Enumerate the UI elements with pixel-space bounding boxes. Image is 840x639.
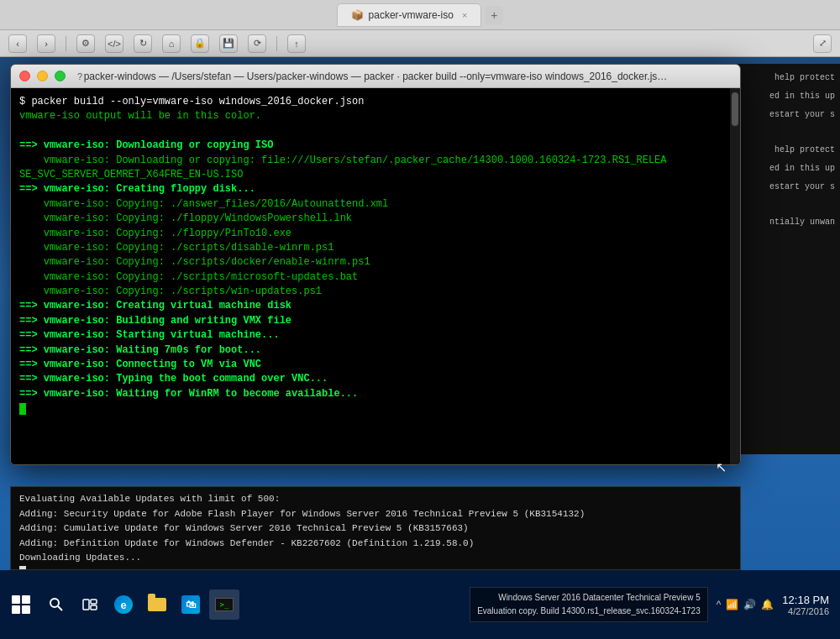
lock-btn[interactable]: 🔒 [191, 34, 209, 53]
main-content: help protect ed in this up estart your s… [0, 57, 840, 639]
search-icon [49, 597, 64, 612]
right-text-3: estart your s [736, 106, 835, 124]
output-line-2: ==> vmware-iso: Downloading or copying I… [19, 139, 732, 153]
terminal-titlebar: ? packer-windows — /Users/stefan — Users… [11, 65, 740, 88]
settings-btn[interactable]: ⚙ [76, 34, 95, 53]
browser-tab[interactable]: 📦 packer-vmware-iso × [337, 3, 482, 27]
output-line-1 [19, 124, 732, 139]
output-line-8: vmware-iso: Copying: ./floppy/PinTo10.ex… [19, 227, 732, 241]
output-line-4: SE_SVC_SERVER_OEMRET_X64FRE_EN-US.ISO [19, 168, 732, 182]
terminal-scrollbar[interactable] [730, 88, 740, 464]
tab-favicon: 📦 [351, 9, 364, 21]
output-line-9: vmware-iso: Copying: ./scripts/disable-w… [19, 241, 732, 255]
right-text-5: ed in this up [736, 160, 835, 178]
win-logo-bl [12, 605, 20, 614]
explorer-icon [148, 598, 166, 611]
taskbar-store[interactable]: 🛍 [176, 589, 206, 620]
taskbar-taskview[interactable] [75, 589, 105, 620]
svg-rect-4 [91, 605, 97, 610]
windows-console: Evaluating Available Updates with limit … [10, 486, 741, 570]
win-logo-br [22, 605, 30, 614]
refresh-btn[interactable]: ↻ [134, 34, 152, 53]
svg-rect-2 [83, 600, 89, 610]
system-tray: ^ 📶 🔊 🔔 [717, 599, 774, 610]
save-btn[interactable]: 💾 [219, 34, 238, 53]
build-info-line: Evaluation copy. Build 14300.rs1_release… [477, 605, 701, 618]
windows-update-panel: help protect ed in this up estart your s… [731, 64, 840, 454]
code-btn[interactable]: </> [105, 34, 123, 53]
terminal-window: ? packer-windows — /Users/stefan — Users… [10, 64, 741, 465]
output-line-19: ==> vmware-iso: Waiting for WinRM to bec… [19, 387, 732, 401]
svg-point-0 [50, 599, 59, 607]
taskbar-main: e 🛍 >_ Windows Ser [0, 570, 840, 639]
back-btn[interactable]: ‹ [8, 34, 27, 53]
notification-icon[interactable]: 🔔 [761, 599, 774, 610]
expand-btn[interactable]: ⤢ [813, 34, 832, 53]
output-line-18: ==> vmware-iso: Typing the boot command … [19, 372, 732, 386]
output-line-5: ==> vmware-iso: Creating floppy disk... [19, 182, 732, 196]
home-btn[interactable]: ⌂ [162, 34, 181, 53]
reload-btn[interactable]: ⟳ [248, 34, 266, 53]
toolbar-sep-2 [276, 36, 277, 51]
svg-line-1 [58, 606, 62, 610]
right-text-2: ed in this up [736, 87, 835, 106]
output-line-10: vmware-iso: Copying: ./scripts/docker/en… [19, 255, 732, 270]
console-line-2: Adding: Cumulative Update for Windows Se… [19, 521, 732, 537]
right-text-4: help protect [736, 141, 835, 160]
windows-taskbar: e 🛍 >_ Windows Ser [0, 570, 840, 639]
traffic-light-close[interactable] [19, 71, 30, 81]
clock-time: 12:18 PM [782, 594, 829, 606]
console-line-4: Downloading Updates... [19, 551, 732, 566]
edge-icon: e [114, 595, 133, 614]
svg-rect-3 [91, 600, 97, 604]
win-logo-tr [22, 595, 30, 604]
taskbar-info-box: Windows Server 2016 Datacenter Technical… [470, 587, 708, 622]
output-line-6: vmware-iso: Copying: ./answer_files/2016… [19, 197, 732, 212]
taskbar-edge[interactable]: e [108, 589, 139, 620]
network-icon: 📶 [726, 599, 738, 610]
command-line: $ packer build --only=vmware-iso windows… [19, 95, 732, 109]
window-url-icon: ? [77, 71, 82, 81]
right-text-6: estart your s [736, 178, 835, 196]
taskbar-console[interactable]: >_ [209, 589, 239, 620]
traffic-light-minimize[interactable] [37, 71, 48, 81]
taskbar-search[interactable] [41, 589, 71, 620]
terminal-body[interactable]: $ packer build --only=vmware-iso windows… [11, 88, 740, 464]
taskbar-clock-area[interactable]: 12:18 PM 4/27/2016 [782, 594, 836, 616]
output-line-3: vmware-iso: Downloading or copying: file… [19, 154, 732, 168]
start-button[interactable] [4, 588, 38, 621]
console-line-1: Adding: Security Update for Adobe Flash … [19, 507, 732, 522]
output-line-17: ==> vmware-iso: Connecting to VM via VNC [19, 358, 732, 372]
traffic-light-maximize[interactable] [55, 71, 66, 81]
output-line-15: ==> vmware-iso: Starting virtual machine… [19, 328, 732, 343]
clock-date: 4/27/2016 [782, 606, 829, 616]
forward-btn[interactable]: › [37, 34, 55, 53]
console-line-0: Evaluating Available Updates with limit … [19, 492, 732, 507]
output-line-0: vmware-iso output will be in this color. [19, 109, 732, 123]
tab-bar: 📦 packer-vmware-iso × + [0, 0, 840, 30]
terminal-scrollbar-thumb[interactable] [732, 92, 738, 126]
output-line-12: vmware-iso: Copying: ./scripts/win-updat… [19, 285, 732, 299]
taskbar-right-area: Windows Server 2016 Datacenter Technical… [470, 587, 836, 622]
browser-chrome: 📦 packer-vmware-iso × + ‹ › ⚙ </> ↻ ⌂ 🔒 … [0, 0, 840, 57]
tab-title: packer-vmware-iso [369, 9, 454, 21]
chevron-up-icon[interactable]: ^ [717, 599, 722, 610]
toolbar-sep-1 [66, 36, 66, 51]
new-tab-btn[interactable]: + [485, 6, 503, 24]
console-line-3: Adding: Definition Update for Windows De… [19, 537, 732, 552]
terminal-title: packer-windows — /Users/stefan — Users/p… [84, 71, 668, 82]
right-text-1: help protect [736, 69, 835, 87]
store-icon: 🛍 [181, 595, 200, 614]
output-line-13: ==> vmware-iso: Creating virtual machine… [19, 299, 732, 313]
output-line-16: ==> vmware-iso: Waiting 7m0s for boot... [19, 343, 732, 358]
volume-icon: 🔊 [743, 599, 756, 610]
windows-logo [12, 595, 30, 614]
cursor [19, 403, 26, 415]
taskview-icon [82, 597, 97, 612]
tab-close-btn[interactable]: × [462, 10, 467, 20]
taskbar-explorer[interactable] [142, 589, 172, 620]
share-btn[interactable]: ↑ [287, 34, 306, 53]
win-logo-tl [12, 595, 20, 604]
console-icon: >_ [215, 598, 234, 611]
output-line-14: ==> vmware-iso: Building and writing VMX… [19, 314, 732, 328]
